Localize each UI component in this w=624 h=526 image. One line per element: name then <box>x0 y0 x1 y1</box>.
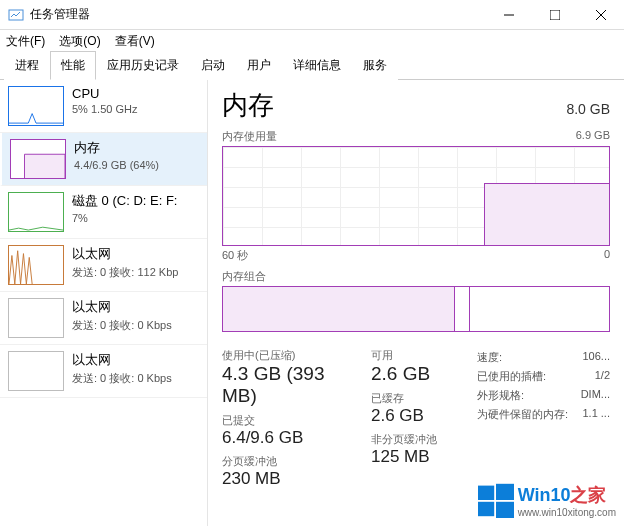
menu-file[interactable]: 文件(F) <box>6 33 45 50</box>
menubar: 文件(F) 选项(O) 查看(V) <box>0 30 624 52</box>
app-icon <box>8 7 24 23</box>
titlebar: 任务管理器 <box>0 0 624 30</box>
sidebar-item-ethernet-1[interactable]: 以太网发送: 0 接收: 112 Kbp <box>0 239 207 292</box>
usage-max: 6.9 GB <box>576 129 610 144</box>
usage-label: 内存使用量 <box>222 129 277 144</box>
tab-services[interactable]: 服务 <box>352 51 398 80</box>
net1-name: 以太网 <box>72 245 178 263</box>
slots-key: 已使用的插槽: <box>477 369 546 384</box>
sidebar-item-ethernet-2[interactable]: 以太网发送: 0 接收: 0 Kbps <box>0 292 207 345</box>
net2-name: 以太网 <box>72 298 172 316</box>
ethernet-thumb-icon <box>8 245 64 285</box>
disk-name: 磁盘 0 (C: D: E: F: <box>72 192 177 210</box>
svg-rect-5 <box>478 486 494 500</box>
ethernet3-thumb-icon <box>8 351 64 391</box>
menu-options[interactable]: 选项(O) <box>59 33 100 50</box>
speed-key: 速度: <box>477 350 502 365</box>
avail-label: 可用 <box>371 348 461 363</box>
menu-view[interactable]: 查看(V) <box>115 33 155 50</box>
hw-val: 1.1 ... <box>582 407 610 422</box>
memory-usage-chart <box>222 146 610 246</box>
cached-value: 2.6 GB <box>371 406 461 426</box>
memory-name: 内存 <box>74 139 159 157</box>
in-use-value: 4.3 GB (393 MB) <box>222 363 355 407</box>
cpu-detail: 5% 1.50 GHz <box>72 103 137 115</box>
form-key: 外形规格: <box>477 388 524 403</box>
paged-value: 230 MB <box>222 469 355 489</box>
watermark: Win10之家 www.win10xitong.com <box>478 482 616 518</box>
window-title: 任务管理器 <box>30 6 486 23</box>
watermark-url: www.win10xitong.com <box>518 507 616 518</box>
paged-label: 分页缓冲池 <box>222 454 355 469</box>
sidebar: CPU5% 1.50 GHz 内存4.4/6.9 GB (64%) 磁盘 0 (… <box>0 80 208 526</box>
windows-logo-icon <box>478 482 514 518</box>
in-use-label: 使用中(已压缩) <box>222 348 355 363</box>
committed-label: 已提交 <box>222 413 355 428</box>
tabs: 进程 性能 应用历史记录 启动 用户 详细信息 服务 <box>0 52 624 80</box>
svg-rect-2 <box>550 10 560 20</box>
tab-app-history[interactable]: 应用历史记录 <box>96 51 190 80</box>
disk-detail: 7% <box>72 212 177 224</box>
net2-detail: 发送: 0 接收: 0 Kbps <box>72 318 172 333</box>
close-button[interactable] <box>578 0 624 30</box>
sidebar-item-cpu[interactable]: CPU5% 1.50 GHz <box>0 80 207 133</box>
memory-total: 8.0 GB <box>566 101 610 117</box>
avail-value: 2.6 GB <box>371 363 461 385</box>
minimize-button[interactable] <box>486 0 532 30</box>
ethernet2-thumb-icon <box>8 298 64 338</box>
memory-thumb-icon <box>10 139 66 179</box>
tab-startup[interactable]: 启动 <box>190 51 236 80</box>
tab-details[interactable]: 详细信息 <box>282 51 352 80</box>
svg-rect-6 <box>496 484 514 500</box>
sidebar-item-ethernet-3[interactable]: 以太网发送: 0 接收: 0 Kbps <box>0 345 207 398</box>
sidebar-item-disk[interactable]: 磁盘 0 (C: D: E: F:7% <box>0 186 207 239</box>
axis-left: 60 秒 <box>222 248 248 263</box>
svg-rect-0 <box>9 10 23 20</box>
maximize-button[interactable] <box>532 0 578 30</box>
tab-performance[interactable]: 性能 <box>50 51 96 80</box>
composition-label: 内存组合 <box>222 269 610 284</box>
cached-label: 已缓存 <box>371 391 461 406</box>
axis-right: 0 <box>604 248 610 263</box>
memory-detail: 4.4/6.9 GB (64%) <box>74 159 159 171</box>
watermark-brand: Win10 <box>518 485 571 505</box>
net3-name: 以太网 <box>72 351 172 369</box>
cpu-thumb-icon <box>8 86 64 126</box>
net3-detail: 发送: 0 接收: 0 Kbps <box>72 371 172 386</box>
nonpaged-label: 非分页缓冲池 <box>371 432 461 447</box>
svg-rect-7 <box>478 502 494 516</box>
main-panel: 内存 8.0 GB 内存使用量 6.9 GB 60 秒 0 内存组合 使用中(已… <box>208 80 624 526</box>
watermark-suffix: 之家 <box>570 485 606 505</box>
page-title: 内存 <box>222 88 274 123</box>
svg-rect-8 <box>496 502 514 518</box>
committed-value: 6.4/9.6 GB <box>222 428 355 448</box>
memory-composition-chart <box>222 286 610 332</box>
tab-processes[interactable]: 进程 <box>4 51 50 80</box>
cpu-name: CPU <box>72 86 137 101</box>
sidebar-item-memory[interactable]: 内存4.4/6.9 GB (64%) <box>0 133 207 186</box>
form-val: DIM... <box>581 388 610 403</box>
hw-key: 为硬件保留的内存: <box>477 407 568 422</box>
slots-val: 1/2 <box>595 369 610 384</box>
tab-users[interactable]: 用户 <box>236 51 282 80</box>
speed-val: 106... <box>582 350 610 365</box>
disk-thumb-icon <box>8 192 64 232</box>
net1-detail: 发送: 0 接收: 112 Kbp <box>72 265 178 280</box>
nonpaged-value: 125 MB <box>371 447 461 467</box>
